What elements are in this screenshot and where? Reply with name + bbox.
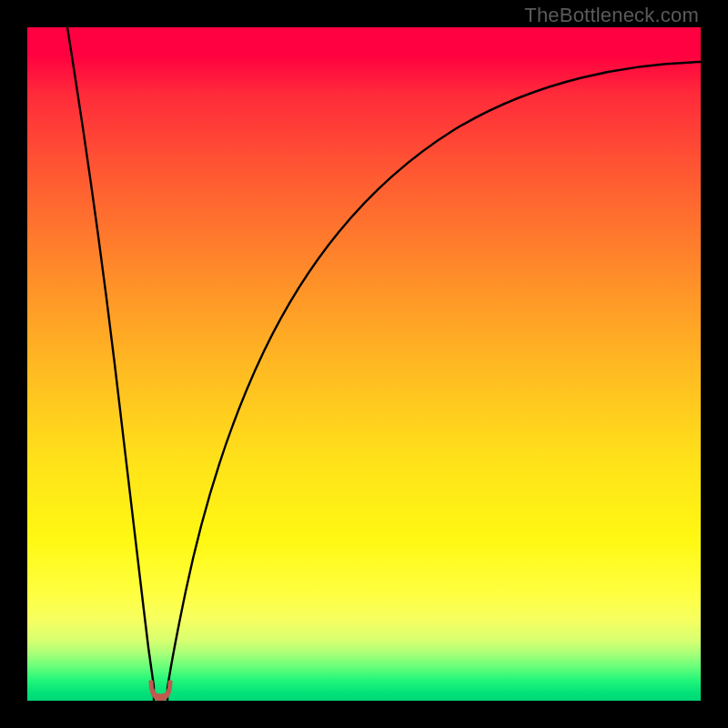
watermark-text: TheBottleneck.com (524, 4, 699, 27)
optimal-marker (149, 681, 172, 701)
curve-right-branch (167, 62, 701, 701)
chart-frame (27, 27, 701, 701)
bottleneck-curve (27, 27, 701, 701)
curve-left-branch (67, 27, 154, 701)
